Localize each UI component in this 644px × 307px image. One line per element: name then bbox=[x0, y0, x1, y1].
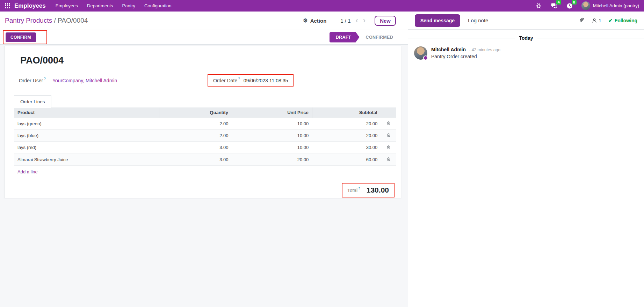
state-widget: DRAFT CONFIRMED bbox=[330, 32, 399, 43]
delete-row-icon[interactable] bbox=[386, 133, 391, 138]
message-timestamp: - 42 minutes ago bbox=[469, 47, 500, 52]
cell-subtotal[interactable]: 30.00 bbox=[312, 142, 381, 154]
table-row[interactable]: lays (green) 2.00 10.00 20.00 bbox=[14, 118, 396, 130]
form-sheet: PAO/0004 Order User? YourCompany, Mitche… bbox=[4, 46, 401, 198]
table-row[interactable]: Almarai Strawberry Juice 3.00 20.00 60.0… bbox=[14, 154, 396, 165]
total-annotation-box: Total? 130.00 bbox=[342, 183, 395, 197]
order-date-help-icon[interactable]: ? bbox=[238, 77, 240, 81]
activities-count-badge: 8 bbox=[572, 0, 577, 5]
order-date-label: Order Date bbox=[213, 78, 237, 83]
menu-item-departments[interactable]: Departments bbox=[87, 3, 113, 8]
table-row[interactable]: lays (blue) 2.00 10.00 20.00 bbox=[14, 130, 396, 142]
field-order-user: Order User? YourCompany, Mitchell Admin bbox=[19, 74, 208, 87]
debug-bug-icon[interactable] bbox=[535, 2, 542, 9]
following-toggle[interactable]: ✔ Following bbox=[608, 18, 637, 23]
pager-previous-icon[interactable]: ‹ bbox=[356, 17, 358, 24]
date-divider: Today bbox=[408, 35, 644, 41]
confirm-annotation-box: CONFIRM bbox=[3, 30, 47, 44]
column-header-quantity[interactable]: Quantity bbox=[159, 107, 232, 118]
app-name[interactable]: Employees bbox=[14, 2, 46, 9]
cell-unit-price[interactable]: 10.00 bbox=[232, 118, 312, 130]
delete-row-icon[interactable] bbox=[386, 145, 391, 151]
chatter-panel: Send message Log note 1 ✔ Following bbox=[408, 12, 644, 307]
table-row[interactable]: lays (red) 3.00 10.00 30.00 bbox=[14, 142, 396, 154]
cell-quantity[interactable]: 3.00 bbox=[159, 142, 232, 154]
message-body: Pantry Order created bbox=[431, 54, 500, 59]
form-view-area: PAO/0004 Order User? YourCompany, Mitche… bbox=[0, 45, 408, 307]
log-note-button[interactable]: Log note bbox=[468, 17, 488, 23]
cell-unit-price[interactable]: 10.00 bbox=[232, 142, 312, 154]
cell-subtotal[interactable]: 20.00 bbox=[312, 118, 381, 130]
cell-product[interactable]: Almarai Strawberry Juice bbox=[14, 154, 159, 165]
messages-count-badge: 4 bbox=[556, 0, 561, 5]
state-draft[interactable]: DRAFT bbox=[330, 32, 360, 43]
cell-unit-price[interactable]: 10.00 bbox=[232, 130, 312, 142]
total-value: 130.00 bbox=[367, 186, 389, 194]
date-divider-label: Today bbox=[519, 35, 533, 41]
order-date-annotation-box: Order Date? 09/06/2023 11:08:35 bbox=[208, 74, 294, 87]
send-message-button[interactable]: Send message bbox=[415, 14, 460, 27]
new-record-button[interactable]: New bbox=[375, 16, 396, 26]
status-bar: CONFIRM DRAFT CONFIRMED bbox=[0, 30, 408, 45]
column-header-unit-price[interactable]: Unit Price bbox=[232, 107, 312, 118]
column-header-actions bbox=[381, 107, 396, 118]
action-menu-button[interactable]: ⚙ Action bbox=[303, 17, 326, 24]
delete-row-icon[interactable] bbox=[386, 157, 391, 163]
column-header-subtotal[interactable]: Subtotal bbox=[312, 107, 381, 118]
cell-product[interactable]: lays (blue) bbox=[14, 130, 159, 142]
cell-quantity[interactable]: 2.00 bbox=[159, 130, 232, 142]
following-label: Following bbox=[615, 18, 637, 23]
breadcrumb-parent-link[interactable]: Pantry Products bbox=[5, 17, 52, 24]
total-help-icon[interactable]: ? bbox=[358, 187, 360, 191]
state-confirmed[interactable]: CONFIRMED bbox=[360, 32, 399, 43]
confirm-button[interactable]: CONFIRM bbox=[6, 32, 36, 42]
cell-product[interactable]: lays (green) bbox=[14, 118, 159, 130]
order-lines-table: Product Quantity Unit Price Subtotal lay… bbox=[14, 107, 396, 165]
control-panel: Pantry Products / PAO/0004 ⚙ Action 1 / … bbox=[0, 12, 408, 30]
tab-order-lines[interactable]: Order Lines bbox=[14, 95, 51, 108]
total-label: Total bbox=[347, 187, 358, 193]
messages-icon[interactable]: 4 bbox=[551, 2, 558, 9]
field-order-date: Order Date? 09/06/2023 11:08:35 bbox=[208, 74, 396, 87]
menu-item-configuration[interactable]: Configuration bbox=[144, 3, 171, 8]
menu-item-employees[interactable]: Employees bbox=[56, 3, 78, 8]
message-item: Mitchell Admin - 42 minutes ago Pantry O… bbox=[408, 46, 644, 60]
message-author[interactable]: Mitchell Admin bbox=[431, 47, 466, 52]
main-menu: Employees Departments Pantry Configurati… bbox=[56, 3, 172, 8]
cell-subtotal[interactable]: 60.00 bbox=[312, 154, 381, 165]
followers-button[interactable]: 1 bbox=[592, 18, 601, 23]
apps-grid-icon[interactable] bbox=[5, 3, 10, 8]
person-icon bbox=[592, 18, 597, 23]
followers-count: 1 bbox=[599, 18, 601, 23]
activities-clock-icon[interactable]: 8 bbox=[566, 2, 573, 9]
order-user-value[interactable]: YourCompany, Mitchell Admin bbox=[52, 78, 117, 83]
breadcrumb: Pantry Products / PAO/0004 bbox=[5, 17, 88, 24]
cell-unit-price[interactable]: 20.00 bbox=[232, 154, 312, 165]
chatter-toolbar: Send message Log note 1 ✔ Following bbox=[408, 12, 644, 30]
user-avatar bbox=[581, 1, 590, 10]
menu-item-pantry[interactable]: Pantry bbox=[122, 3, 136, 8]
order-date-value[interactable]: 09/06/2023 11:08:35 bbox=[244, 78, 288, 83]
add-a-line-link[interactable]: Add a line bbox=[14, 166, 396, 178]
user-name: Mitchell Admin (pantry) bbox=[593, 3, 639, 8]
pager-next-icon[interactable]: › bbox=[363, 17, 366, 24]
record-title: PAO/0004 bbox=[20, 55, 396, 66]
column-header-product[interactable]: Product bbox=[14, 107, 159, 118]
check-icon: ✔ bbox=[608, 18, 613, 23]
notebook-tabs: Order Lines bbox=[14, 95, 396, 107]
gear-icon: ⚙ bbox=[303, 17, 307, 24]
delete-row-icon[interactable] bbox=[386, 121, 391, 127]
attachment-paperclip-icon[interactable] bbox=[578, 17, 585, 24]
top-navbar: Employees Employees Departments Pantry C… bbox=[0, 0, 644, 12]
breadcrumb-separator: / bbox=[54, 17, 56, 24]
record-pager: 1 / 1 ‹ › bbox=[340, 17, 366, 24]
cell-quantity[interactable]: 2.00 bbox=[159, 118, 232, 130]
cell-product[interactable]: lays (red) bbox=[14, 142, 159, 154]
cell-subtotal[interactable]: 20.00 bbox=[312, 130, 381, 142]
user-menu[interactable]: Mitchell Admin (pantry) bbox=[581, 1, 639, 10]
order-user-help-icon[interactable]: ? bbox=[44, 77, 46, 81]
message-thread: Today Mitchell Admin - 42 minutes ago Pa… bbox=[408, 30, 644, 65]
order-user-label: Order User bbox=[19, 78, 43, 83]
cell-quantity[interactable]: 3.00 bbox=[159, 154, 232, 165]
presence-indicator bbox=[423, 55, 428, 60]
